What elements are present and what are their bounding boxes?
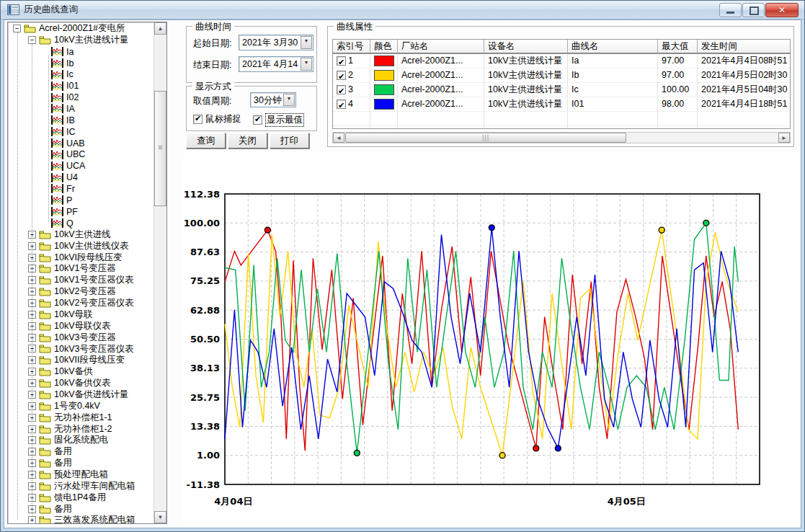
- column-header[interactable]: 设备名: [484, 40, 568, 54]
- curve-visible-checkbox[interactable]: [337, 85, 346, 94]
- tree-item-curve[interactable]: Ia: [8, 46, 154, 58]
- tree-item-measure-group[interactable]: 10kV主供进线计量: [8, 35, 154, 46]
- tree-item-folder[interactable]: 10kV3号变压器仪表: [8, 343, 154, 355]
- mouse-capture-checkbox[interactable]: 鼠标捕捉: [193, 113, 241, 125]
- curve-table: 索引号颜色厂站名设备名曲线名最大值发生时间 1Acrel-2000Z1...10…: [332, 39, 791, 129]
- curve-name-cell: Ic: [568, 83, 658, 97]
- tree-item-folder[interactable]: 污水处理车间配电箱: [8, 480, 154, 492]
- tree-item-folder[interactable]: 10kV2号变压器: [8, 286, 154, 298]
- table-row[interactable]: 2Acrel-2000Z1...10kV主供进线计量Ib97.002021年4月…: [333, 68, 790, 83]
- checkbox-check-icon[interactable]: [193, 115, 203, 124]
- restore-button[interactable]: [742, 3, 765, 17]
- tree-item-curve[interactable]: IB: [8, 115, 154, 126]
- tree-item-curve[interactable]: Ib: [8, 58, 154, 69]
- chevron-down-icon[interactable]: [301, 36, 312, 49]
- tree-item-folder[interactable]: 三效蒸发系统配电箱: [8, 515, 154, 523]
- device-cell: 10kV主供进线计量: [484, 97, 568, 112]
- tree-item-folder[interactable]: 10kV1号变压器: [8, 263, 154, 275]
- tree-item-curve[interactable]: UCA: [8, 160, 154, 172]
- svg-text:4月04日: 4月04日: [214, 496, 252, 507]
- tree-item-folder[interactable]: 固化系统配电: [8, 435, 154, 446]
- table-row[interactable]: 3Acrel-2000Z1...10kV主供进线计量Ic100.002021年4…: [333, 83, 790, 97]
- tree-item-folder[interactable]: 10kV备供进线计量: [8, 389, 154, 401]
- tree-item-folder[interactable]: 10kV母联: [8, 309, 154, 320]
- curve-table-header[interactable]: 索引号颜色厂站名设备名曲线名最大值发生时间: [333, 40, 790, 54]
- curve-leaf-icon: [51, 104, 66, 113]
- curve-visible-checkbox[interactable]: [337, 99, 346, 109]
- tree-item-folder[interactable]: 无功补偿柜1-2: [8, 423, 154, 435]
- checkbox-check-icon[interactable]: [253, 115, 262, 125]
- query-button[interactable]: 查询: [186, 133, 226, 148]
- tree-item-folder[interactable]: 10kV备供仪表: [8, 378, 154, 389]
- close-dialog-button[interactable]: 关闭: [228, 133, 267, 148]
- tree-item-curve[interactable]: UBC: [8, 148, 154, 160]
- scroll-left-icon[interactable]: [333, 133, 344, 143]
- tree-item-curve[interactable]: UAB: [8, 138, 154, 149]
- tree-item-folder[interactable]: 10kV1号变压器仪表: [8, 275, 154, 286]
- column-header[interactable]: 索引号: [333, 40, 370, 54]
- title-bar[interactable]: 历史曲线查询: [1, 1, 804, 19]
- column-header[interactable]: 发生时间: [698, 40, 791, 54]
- display-mode-group: 显示方式 取值周期: 30分钟 鼠标捕捉 显示最值: [186, 86, 317, 131]
- folder-icon: [39, 35, 54, 45]
- column-header[interactable]: 最大值: [658, 40, 698, 54]
- tree-item-folder[interactable]: 10kVII段母线压变: [8, 355, 154, 366]
- tree-item-folder[interactable]: 10kV母联仪表: [8, 320, 154, 332]
- table-row[interactable]: 1Acrel-2000Z1...10kV主供进线计量Ia97.002021年4月…: [333, 54, 790, 68]
- collapse-icon[interactable]: [13, 25, 21, 32]
- tree-item-curve[interactable]: Ic: [8, 68, 154, 80]
- collapse-icon[interactable]: [28, 36, 36, 44]
- period-combobox[interactable]: 30分钟: [250, 92, 296, 107]
- hscrollbar-thumb[interactable]: [345, 133, 626, 143]
- show-extremes-checkbox[interactable]: 显示最值: [253, 113, 304, 127]
- tree-item-folder[interactable]: 10kV主供进线: [8, 229, 154, 240]
- tree-item-folder[interactable]: 备用: [8, 446, 154, 458]
- column-header[interactable]: 曲线名: [568, 40, 658, 54]
- tree-item-label: 备用: [54, 445, 72, 458]
- tree-item-folder[interactable]: 预处理配电箱: [8, 469, 154, 481]
- tree-scrollbar-thumb[interactable]: [154, 91, 166, 206]
- folder-icon: [39, 378, 54, 388]
- print-button[interactable]: 打印: [270, 133, 309, 148]
- column-header[interactable]: 厂站名: [398, 40, 484, 54]
- tree-item-folder[interactable]: 10kV3号变压器: [8, 332, 154, 343]
- end-date-combobox[interactable]: 2021年 4月14: [239, 56, 313, 72]
- start-date-combobox[interactable]: 2021年 3月30: [239, 35, 313, 50]
- scroll-down-icon[interactable]: [154, 511, 166, 523]
- tree-item-curve[interactable]: PF: [8, 206, 154, 218]
- tree-item-folder[interactable]: 馈电1P4备用: [8, 492, 154, 503]
- tree-item-curve[interactable]: IC: [8, 126, 154, 138]
- curve-visible-checkbox[interactable]: [337, 71, 346, 80]
- tree-item-folder[interactable]: 备用: [8, 503, 154, 515]
- tree-item-curve[interactable]: Fr: [8, 183, 154, 195]
- tree-item-label: 污水处理车间配电箱: [54, 480, 135, 492]
- tree-item-folder[interactable]: 10kVI段母线压变: [8, 252, 154, 263]
- max-value-cell: 97.00: [658, 54, 698, 68]
- curve-visible-checkbox[interactable]: [337, 56, 346, 66]
- window-title: 历史曲线查询: [24, 1, 78, 19]
- tree-item-folder[interactable]: 10kV2号变压器仪表: [8, 298, 154, 309]
- tree-scrollbar[interactable]: [154, 22, 166, 523]
- column-header[interactable]: 颜色: [370, 40, 398, 54]
- close-button[interactable]: [765, 3, 799, 17]
- tree-item-curve[interactable]: P: [8, 195, 154, 206]
- minimize-button[interactable]: [719, 3, 742, 17]
- scroll-up-icon[interactable]: [154, 22, 166, 35]
- table-row[interactable]: 4Acrel-2000Z1...10kV主供进线计量I0198.002021年4…: [333, 97, 790, 112]
- chevron-down-icon[interactable]: [283, 94, 295, 106]
- tree-item-folder[interactable]: 10kV备供: [8, 366, 154, 378]
- tree-item-curve[interactable]: IA: [8, 103, 154, 115]
- tree-item-folder[interactable]: 无功补偿柜1-1: [8, 412, 154, 423]
- tree-item-curve[interactable]: I02: [8, 92, 154, 103]
- tree-item-curve[interactable]: U4: [8, 172, 154, 183]
- tree-item-curve[interactable]: I01: [8, 80, 154, 92]
- tree-item-folder[interactable]: 10kV主供进线仪表: [8, 240, 154, 252]
- curve-table-hscrollbar[interactable]: [332, 132, 791, 143]
- tree-item-label: 10kV1号变压器: [54, 262, 115, 275]
- tree-item-curve[interactable]: Q: [8, 218, 154, 229]
- tree-item-folder[interactable]: 备用: [8, 458, 154, 469]
- tree-item-folder[interactable]: 1号变0.4kV: [8, 400, 154, 412]
- tree-item-root[interactable]: Acrel-2000Z1#变电所: [8, 23, 154, 35]
- chevron-down-icon[interactable]: [301, 58, 312, 71]
- scroll-right-icon[interactable]: [778, 133, 790, 143]
